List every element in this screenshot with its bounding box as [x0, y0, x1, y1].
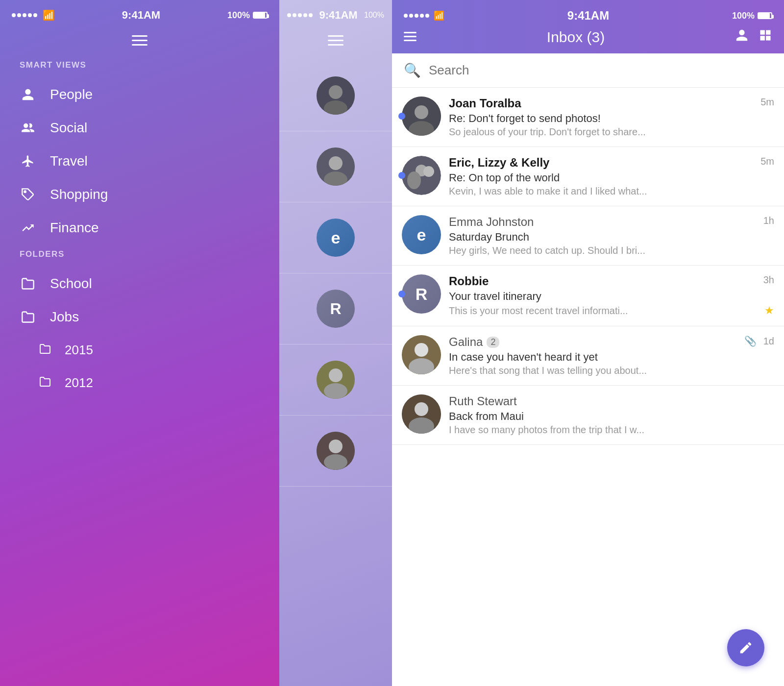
- avatar-eric: [402, 156, 441, 195]
- email-item-galina[interactable]: Galina 2 📎 1d In case you haven't heard …: [392, 326, 784, 386]
- sidebar-item-travel[interactable]: Travel: [0, 145, 279, 178]
- left-menu-button[interactable]: [0, 25, 279, 60]
- compose-button[interactable]: [727, 629, 764, 666]
- time-emma: 1h: [763, 215, 774, 226]
- folder-2012-icon: [39, 376, 51, 391]
- unread-dot-robbie: [398, 291, 405, 297]
- svg-point-22: [423, 166, 434, 177]
- time-robbie: 3h: [763, 274, 774, 286]
- sender-emma: Emma Johnston: [449, 215, 534, 229]
- signal-area: 📶: [12, 9, 55, 21]
- left-battery-text: 100%: [227, 10, 250, 21]
- travel-label: Travel: [50, 153, 88, 169]
- sidebar-item-school[interactable]: School: [0, 267, 279, 300]
- sender-ruth: Ruth Stewart: [449, 394, 517, 408]
- avatar-galina: [402, 335, 441, 374]
- right-time: 9:41AM: [567, 9, 609, 23]
- avatar-robbie-letter: R: [416, 285, 428, 304]
- avatar-ruth: [402, 394, 441, 434]
- sender-eric: Eric, Lizzy & Kelly: [449, 156, 549, 170]
- avatar-ruth-partial: [317, 432, 355, 470]
- preview-ruth: I have so many photos from the trip that…: [449, 424, 774, 436]
- avatar-joan-partial: [317, 76, 355, 115]
- time-eric: 5m: [760, 156, 774, 167]
- avatar-emma: e: [402, 215, 441, 254]
- folder-2015-icon: [39, 343, 51, 358]
- folder-jobs-icon: [20, 310, 36, 324]
- right-status-bar: 📶 9:41AM 100%: [404, 9, 772, 23]
- right-battery-text: 100%: [732, 11, 755, 21]
- email-item-robbie[interactable]: R Robbie 3h Your travel itinerary This i…: [392, 266, 784, 326]
- preview-eric: Kevin, I was able to make it and I liked…: [449, 186, 774, 197]
- middle-email-3: e: [279, 202, 392, 273]
- email-item-emma[interactable]: e Emma Johnston 1h Saturday Brunch Hey g…: [392, 206, 784, 266]
- middle-menu[interactable]: [279, 25, 392, 60]
- search-bar[interactable]: 🔍: [392, 53, 784, 88]
- layout-icon[interactable]: [759, 28, 772, 46]
- left-time: 9:41AM: [122, 9, 160, 22]
- preview-joan: So jealous of your trip. Don't forget to…: [449, 126, 774, 138]
- sidebar-item-shopping[interactable]: Shopping: [0, 178, 279, 211]
- left-battery: 100%: [227, 10, 268, 21]
- svg-point-11: [329, 440, 343, 453]
- sender-joan: Joan Toralba: [449, 97, 521, 110]
- search-input[interactable]: [429, 63, 772, 78]
- svg-point-0: [24, 191, 26, 193]
- email-item-joan[interactable]: Joan Toralba 5m Re: Don't forget to send…: [392, 88, 784, 147]
- subject-joan: Re: Don't forget to send photos!: [449, 112, 774, 125]
- right-header: 📶 9:41AM 100% Inbox (3): [392, 0, 784, 53]
- people-label: People: [50, 87, 93, 102]
- folder-2015-label: 2015: [65, 343, 93, 358]
- middle-email-5: [279, 344, 392, 416]
- inbox-title: Inbox (3): [416, 29, 735, 46]
- svg-rect-15: [404, 40, 416, 41]
- subject-ruth: Back from Maui: [449, 410, 774, 423]
- left-status-bar: 📶 9:41AM 100%: [0, 0, 279, 25]
- sidebar-item-2012[interactable]: 2012: [0, 367, 279, 399]
- svg-point-17: [415, 105, 428, 119]
- sidebar-item-social[interactable]: Social: [0, 111, 279, 145]
- social-icon: [20, 121, 36, 135]
- middle-status-bar: 9:41AM 100%: [279, 0, 392, 25]
- subject-robbie: Your travel itinerary: [449, 290, 774, 303]
- time-joan: 5m: [760, 97, 774, 108]
- svg-point-5: [329, 156, 343, 170]
- middle-phone: 9:41AM 100% e R: [279, 0, 392, 686]
- email-list: Joan Toralba 5m Re: Don't forget to send…: [392, 88, 784, 686]
- preview-galina: Here's that song that I was telling you …: [449, 365, 774, 376]
- sidebar-item-2015[interactable]: 2015: [0, 334, 279, 367]
- middle-email-2: [279, 131, 392, 202]
- school-label: School: [50, 276, 92, 292]
- email-item-eric[interactable]: Eric, Lizzy & Kelly 5m Re: On top of the…: [392, 147, 784, 206]
- sidebar-item-finance[interactable]: Finance: [0, 211, 279, 245]
- time-galina: 1d: [763, 336, 774, 347]
- sidebar-item-people[interactable]: People: [0, 78, 279, 111]
- folder-school-icon: [20, 277, 36, 291]
- svg-point-24: [415, 343, 428, 357]
- social-label: Social: [50, 120, 87, 136]
- right-hamburger[interactable]: [404, 29, 416, 45]
- avatar-eric-partial: [317, 147, 355, 186]
- avatar-galina-partial: [317, 361, 355, 399]
- preview-emma: Hey girls, We need to catch up. Should I…: [449, 245, 774, 256]
- star-icon-robbie: ★: [764, 304, 774, 317]
- svg-point-2: [329, 85, 343, 99]
- unread-dot-joan: [398, 113, 405, 120]
- folder-2012-label: 2012: [65, 375, 93, 391]
- sidebar-item-jobs[interactable]: Jobs: [0, 300, 279, 334]
- preview-robbie: This is your most recent travel informat…: [449, 305, 760, 317]
- plane-icon: [20, 154, 36, 168]
- email-item-ruth[interactable]: Ruth Stewart Back from Maui I have so ma…: [392, 386, 784, 445]
- avatar-robbie-partial: R: [317, 290, 355, 328]
- middle-email-6: [279, 416, 392, 487]
- badge-galina: 2: [487, 337, 499, 348]
- jobs-label: Jobs: [50, 309, 79, 325]
- svg-point-27: [415, 402, 428, 416]
- shopping-label: Shopping: [50, 187, 108, 202]
- avatar-emma-partial: e: [317, 219, 355, 257]
- left-phone: 📶 9:41AM 100% SMART VIEWS People Social …: [0, 0, 279, 686]
- avatar-robbie: R: [402, 274, 441, 314]
- profile-icon[interactable]: [735, 28, 749, 46]
- sender-galina: Galina: [449, 335, 483, 349]
- finance-label: Finance: [50, 220, 99, 236]
